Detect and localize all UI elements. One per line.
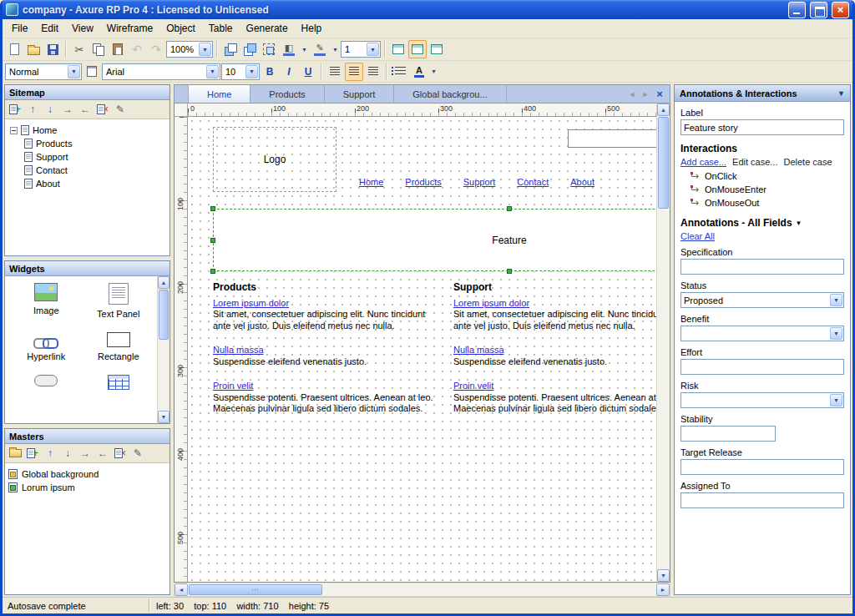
new-button[interactable] xyxy=(5,40,23,58)
tab-support[interactable]: Support xyxy=(325,85,395,103)
align-left-button[interactable] xyxy=(326,63,344,81)
redo-button[interactable] xyxy=(147,40,165,58)
edit-style-button[interactable] xyxy=(83,63,101,81)
event-onmouseout[interactable]: OnMouseOut xyxy=(691,196,844,210)
column-link[interactable]: Lorem ipsum dolor xyxy=(453,298,529,310)
horizontal-scrollbar[interactable]: ◄ ► xyxy=(174,583,670,597)
scrollbar-thumb[interactable] xyxy=(159,290,169,340)
chevron-down-icon[interactable]: ▼ xyxy=(830,294,842,306)
wireframe-canvas[interactable]: Logo Home Products Support Contact About… xyxy=(188,117,656,582)
line-color-dropdown[interactable]: ▼ xyxy=(331,40,340,58)
scroll-tabs-left-icon[interactable]: ◄ xyxy=(626,90,638,98)
line-width-select[interactable]: 1 ▼ xyxy=(341,41,381,58)
line-color-button[interactable]: ✎ xyxy=(310,40,330,58)
add-case-link[interactable]: Add case... xyxy=(680,157,726,167)
selection-handle[interactable] xyxy=(210,269,215,274)
benefit-select[interactable]: ▼ xyxy=(680,326,844,341)
outdent-button[interactable]: ← xyxy=(94,446,111,462)
menu-help[interactable]: Help xyxy=(295,20,329,37)
master-item-global-background[interactable]: Global background xyxy=(8,467,166,481)
chevron-down-icon[interactable]: ▼ xyxy=(199,43,211,56)
font-color-button[interactable]: A xyxy=(410,63,428,81)
menu-view[interactable]: View xyxy=(65,20,100,37)
nav-link-products[interactable]: Products xyxy=(405,177,441,187)
outdent-button[interactable]: ← xyxy=(77,102,94,118)
delete-case-link[interactable]: Delete case xyxy=(783,157,832,167)
menu-edit[interactable]: Edit xyxy=(34,20,65,37)
chevron-down-icon[interactable]: ▼ xyxy=(206,65,219,78)
scroll-tabs-right-icon[interactable]: ► xyxy=(640,90,651,98)
chevron-down-icon[interactable]: ▼ xyxy=(796,220,802,227)
scroll-down-icon[interactable]: ▼ xyxy=(158,411,169,423)
nav-link-contact[interactable]: Contact xyxy=(517,177,549,187)
collapse-icon[interactable] xyxy=(10,127,18,134)
chevron-down-icon[interactable]: ▼ xyxy=(367,43,379,56)
save-button[interactable] xyxy=(43,40,62,58)
edit-case-link[interactable]: Edit case... xyxy=(732,157,777,167)
target-release-input[interactable] xyxy=(680,459,844,475)
close-button[interactable]: × xyxy=(832,2,849,18)
column-link[interactable]: Proin velit xyxy=(213,381,253,392)
header-field-placeholder[interactable] xyxy=(568,129,656,148)
scrollbar-thumb[interactable] xyxy=(658,117,669,209)
delete-master-button[interactable]: × xyxy=(112,446,129,462)
delete-page-button[interactable]: × xyxy=(94,102,111,118)
clear-all-link[interactable]: Clear All xyxy=(680,231,715,241)
menu-wireframe[interactable]: Wireframe xyxy=(100,20,159,37)
bullet-list-button[interactable] xyxy=(391,63,409,81)
widget-rounded-rectangle[interactable] xyxy=(10,375,83,390)
send-to-back-button[interactable] xyxy=(240,40,259,58)
align-right-button[interactable] xyxy=(364,63,382,81)
column-link[interactable]: Proin velit xyxy=(453,381,493,392)
new-folder-button[interactable] xyxy=(7,446,23,462)
column-link[interactable]: Lorem ipsum dolor xyxy=(213,298,289,310)
indent-button[interactable]: → xyxy=(77,446,94,462)
indent-button[interactable]: → xyxy=(59,102,76,118)
selection-handle[interactable] xyxy=(507,206,512,211)
scroll-right-icon[interactable]: ► xyxy=(656,583,670,596)
move-up-button[interactable]: ↑ xyxy=(42,446,58,462)
rename-master-button[interactable]: ✎ xyxy=(129,446,146,462)
tree-node-contact[interactable]: Contact xyxy=(24,164,167,177)
undo-button[interactable] xyxy=(128,40,146,58)
tab-global-background[interactable]: Global backgrou... xyxy=(394,85,506,103)
panel-menu-icon[interactable]: ▼ xyxy=(837,89,845,98)
assigned-to-input[interactable] xyxy=(680,492,844,508)
bring-to-front-button[interactable] xyxy=(221,40,240,58)
scroll-left-icon[interactable]: ◄ xyxy=(175,583,188,596)
support-column[interactable]: Support Lorem ipsum dolor Sit amet, cons… xyxy=(453,282,656,427)
widget-image[interactable]: Image xyxy=(10,283,83,319)
widgets-scrollbar[interactable]: ▲ ▼ xyxy=(157,276,169,423)
widget-text-panel[interactable]: Text Panel xyxy=(83,283,155,319)
menu-object[interactable]: Object xyxy=(159,20,202,37)
add-page-button[interactable]: + xyxy=(7,102,23,118)
style-select[interactable]: Normal ▼ xyxy=(5,63,82,80)
chevron-down-icon[interactable]: ▼ xyxy=(830,394,842,406)
tree-node-about[interactable]: About xyxy=(24,177,167,190)
menu-generate[interactable]: Generate xyxy=(240,20,295,37)
selection-handle[interactable] xyxy=(507,269,512,274)
menu-table[interactable]: Table xyxy=(202,20,240,37)
nav-link-support[interactable]: Support xyxy=(463,177,496,187)
logo-placeholder[interactable]: Logo xyxy=(213,127,336,192)
column-link[interactable]: Nulla massa xyxy=(453,345,504,356)
bold-button[interactable]: B xyxy=(261,63,279,81)
font-size-select[interactable]: 10 ▼ xyxy=(221,63,260,80)
font-color-dropdown[interactable]: ▼ xyxy=(429,63,438,81)
vertical-scrollbar[interactable]: ▲ ▼ xyxy=(656,104,670,582)
column-link[interactable]: Nulla massa xyxy=(213,345,264,356)
scrollbar-thumb[interactable] xyxy=(189,584,322,595)
fill-color-button[interactable]: ◧ xyxy=(279,40,299,58)
event-onclick[interactable]: OnClick xyxy=(691,169,844,183)
widget-hyperlink[interactable]: Hyperlink xyxy=(10,332,83,361)
chevron-down-icon[interactable]: ▼ xyxy=(68,65,80,78)
tree-node-support[interactable]: Support xyxy=(24,150,167,164)
chevron-down-icon[interactable]: ▼ xyxy=(830,327,842,340)
feature-widget-selected[interactable]: Feature xyxy=(213,209,656,271)
group-button[interactable] xyxy=(260,40,278,58)
resize-grip[interactable] xyxy=(842,603,852,613)
close-tab-icon[interactable]: × xyxy=(653,88,666,100)
copy-button[interactable] xyxy=(89,40,108,58)
scroll-up-icon[interactable]: ▲ xyxy=(657,104,670,116)
effort-input[interactable] xyxy=(680,359,844,375)
